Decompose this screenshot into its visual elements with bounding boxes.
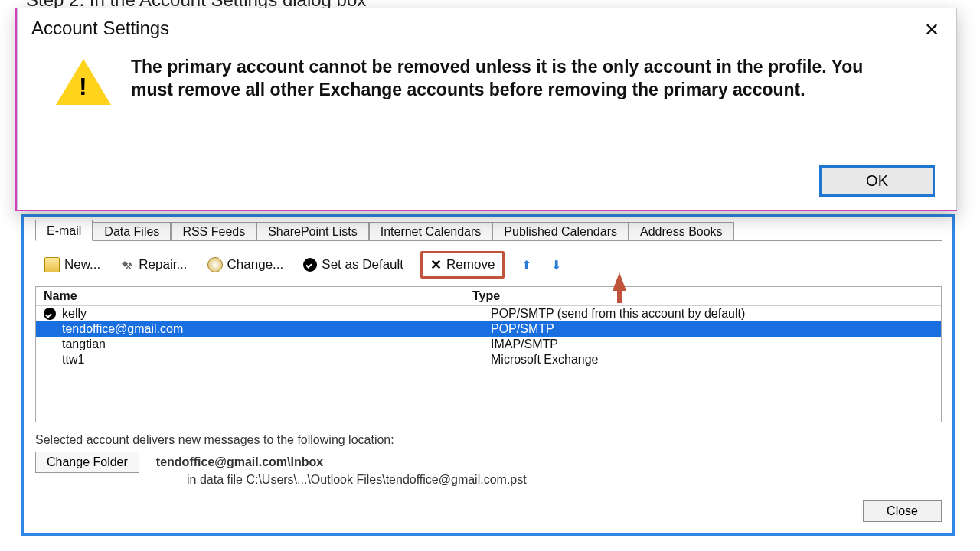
tab-datafiles[interactable]: Data Files <box>93 222 171 241</box>
accounts-list[interactable]: Name Type kelly POP/SMTP (send from this… <box>35 286 942 422</box>
change-button[interactable]: Change... <box>204 256 287 274</box>
account-name: tendoffice@gmail.com <box>62 322 183 336</box>
list-item[interactable]: tendoffice@gmail.com POP/SMTP <box>36 321 941 337</box>
accounts-toolbar: New... Repair... Change... Set as Defaul… <box>35 251 942 279</box>
annotation-arrow-stem <box>617 289 622 303</box>
warning-icon <box>56 59 111 105</box>
delivery-intro: Selected account delivers new messages t… <box>35 433 942 447</box>
envelope-icon <box>44 257 60 272</box>
close-button[interactable]: Close <box>863 500 942 522</box>
wrench-icon <box>120 258 134 272</box>
annotation-border <box>15 210 957 211</box>
delivery-datafile: in data file C:\Users\...\Outlook Files\… <box>187 473 942 487</box>
default-account-icon <box>44 308 56 320</box>
tab-internet-calendars[interactable]: Internet Calendars <box>369 222 493 241</box>
remove-button[interactable]: ✕ Remove <box>420 251 505 279</box>
change-folder-button[interactable]: Change Folder <box>35 452 139 473</box>
dialog-close-button[interactable]: ✕ <box>916 15 947 45</box>
delivery-section: Selected account delivers new messages t… <box>35 433 942 487</box>
annotation-arrow-icon <box>612 272 626 291</box>
repair-button[interactable]: Repair... <box>117 256 190 274</box>
tab-address-books[interactable]: Address Books <box>629 222 734 241</box>
account-name: ttw1 <box>62 353 84 367</box>
remove-label: Remove <box>446 257 495 272</box>
account-name: tangtian <box>62 337 106 351</box>
warning-dialog: Account Settings ✕ The primary account c… <box>17 8 957 211</box>
account-type: POP/SMTP <box>491 322 941 336</box>
tab-rss[interactable]: RSS Feeds <box>171 222 256 241</box>
tab-sharepoint[interactable]: SharePoint Lists <box>256 222 369 241</box>
arrow-up-icon: ⬆ <box>521 258 531 272</box>
list-item[interactable]: kelly POP/SMTP (send from this account b… <box>36 306 941 321</box>
account-type: IMAP/SMTP <box>491 337 941 351</box>
arrow-down-icon: ⬇ <box>551 258 561 272</box>
setdefault-label: Set as Default <box>322 257 403 272</box>
account-type: POP/SMTP (send from this account by defa… <box>491 307 941 321</box>
set-default-button[interactable]: Set as Default <box>300 256 407 274</box>
new-label: New... <box>64 257 100 272</box>
list-item[interactable]: ttw1 Microsoft Exchange <box>36 352 941 367</box>
tab-strip: E-mail Data Files RSS Feeds SharePoint L… <box>35 217 942 240</box>
account-type: Microsoft Exchange <box>491 353 941 367</box>
list-item[interactable]: tangtian IMAP/SMTP <box>36 337 941 352</box>
account-settings-window: E-mail Data Files RSS Feeds SharePoint L… <box>21 214 956 536</box>
tabs-underline <box>35 240 942 241</box>
move-down-button[interactable]: ⬇ <box>548 256 564 274</box>
repair-label: Repair... <box>139 257 187 272</box>
tab-published-calendars[interactable]: Published Calendars <box>492 222 629 241</box>
list-header: Name Type <box>36 287 941 306</box>
dialog-message: The primary account cannot be removed un… <box>131 56 881 102</box>
annotation-border <box>15 8 17 210</box>
delivery-location: tendoffice@gmail.com\Inbox <box>156 455 323 469</box>
change-label: Change... <box>227 257 284 272</box>
change-icon <box>207 257 223 272</box>
check-icon <box>303 258 317 272</box>
x-icon: ✕ <box>430 256 442 273</box>
ok-button[interactable]: OK <box>819 165 935 197</box>
tab-email[interactable]: E-mail <box>35 220 93 241</box>
account-name: kelly <box>62 307 87 321</box>
dialog-title: Account Settings <box>18 8 956 42</box>
move-up-button[interactable]: ⬆ <box>518 256 534 274</box>
header-name: Name <box>36 289 472 303</box>
close-icon: ✕ <box>924 19 939 40</box>
new-button[interactable]: New... <box>41 256 103 274</box>
header-type: Type <box>472 289 941 303</box>
